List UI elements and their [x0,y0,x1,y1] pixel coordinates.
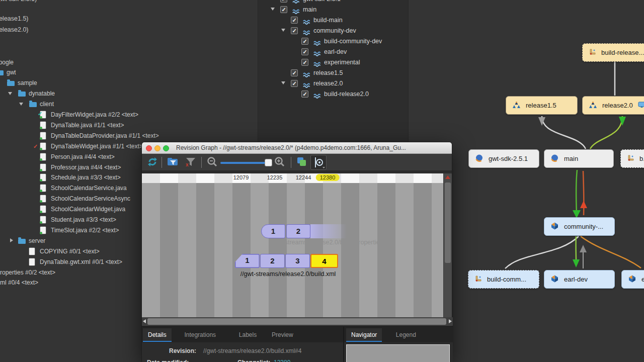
arrow-green-down-earldev [573,259,580,267]
tab-navigator[interactable]: Navigator [346,328,382,342]
tree-item-label: COPYING #0/1 <text> [40,247,100,256]
vertical-scrollbar[interactable] [443,173,452,317]
revision-box[interactable]: 1 [235,254,260,268]
tree-item-label: TimeSlot.java #2/2 <text> [51,226,119,235]
tree-item-label: SchoolCalendarServiceAsync [51,194,130,203]
expander-open-icon[interactable] [271,8,275,11]
window-title: Revision Graph - //gwt-streams/release2.… [176,144,406,151]
clear-filter-button[interactable]: x [185,156,198,170]
expander-open-icon[interactable] [281,29,285,32]
revision-graph-canvas[interactable]: 12//gwt-streams/release2.0/build.propert… [142,183,444,317]
changelist-number[interactable]: 12235 [267,174,283,180]
horizontal-scrollbar[interactable] [142,317,453,326]
stream-checkbox[interactable]: ✓ [291,27,298,34]
stream-checkbox[interactable]: ✓ [291,17,298,24]
stream-checkbox[interactable]: ✓ [301,48,308,55]
navigator-preview[interactable] [346,344,450,362]
stream-filter-row[interactable]: ✓build-main [0,15,258,25]
tree-item-label: Schedule.java #3/3 <text> [51,173,121,182]
stream-filter-row[interactable]: ✓earl-dev [0,47,258,57]
stream-filter-row[interactable]: ✓gwt-sdk-2.5.1 [0,0,258,4]
zoom-out-button[interactable] [206,156,218,170]
revision-box[interactable]: 4 [310,254,338,268]
changelist-value[interactable]: 12380 [274,359,290,362]
stream-node-release1.5[interactable]: release1.5 [506,96,578,115]
stream-filter-row[interactable]: ✓community-dev [0,26,258,36]
refresh-button[interactable] [147,156,158,170]
stream-node-build-comm...[interactable]: build-comm... [468,270,539,289]
stream-filter-label: main [303,5,316,15]
stream-icon [313,92,321,102]
mainline-stream-icon [550,154,559,164]
graph-options-button[interactable] [310,155,327,170]
expander-closed-icon[interactable] [10,238,13,242]
stream-filter-label: build-main [313,15,343,25]
stream-graph: build-release...release1.5release2.0gwt-… [453,0,644,362]
zoom-slider-thumb[interactable] [265,159,272,166]
zoom-in-button[interactable] [274,156,286,170]
stream-node-community-...[interactable]: community-... [544,217,615,236]
tab-labels[interactable]: Labels [234,328,262,342]
stream-filter-row[interactable]: ✓release2.0 [0,78,258,88]
revision-box[interactable]: 2 [260,254,285,268]
window-titlebar[interactable]: Revision Graph - //gwt-streams/release2.… [142,142,452,154]
changelist-number[interactable]: 12079 [233,174,249,180]
changelist-header: 12079122351224412380 [142,173,444,183]
stream-node-b...[interactable]: b... [620,149,644,168]
tab-integrations[interactable]: Integrations [179,328,221,342]
vertical-scroll-thumb[interactable] [445,183,451,263]
changelist-label: Changelist: [237,359,270,362]
stream-node-earl-dev[interactable]: earl-dev [544,270,615,289]
window-toolbar: x [142,154,452,171]
edge-release15-main [542,116,586,149]
zoom-slider[interactable] [220,162,267,164]
stream-node-release2.0[interactable]: release2.0 [582,96,644,115]
file-icon [40,227,46,234]
close-button[interactable] [146,145,152,151]
expander-open-icon[interactable] [281,81,285,84]
tab-legend[interactable]: Legend [391,328,421,342]
changelist-number[interactable]: 12380 [316,174,340,181]
file-icon [40,216,46,223]
stream-filter-row[interactable]: ✓release1.5 [0,68,258,78]
stream-checkbox[interactable]: ✓ [301,38,308,45]
scroll-right-arrow[interactable] [449,319,452,323]
stream-filter-row[interactable]: ✓main [0,5,258,15]
revision-value: //gwt-streams/release2.0/build.xml#4 [203,347,301,354]
tree-item-label: Student.java #3/3 <text> [51,215,116,224]
stream-checkbox[interactable]: ✓ [291,80,298,87]
scroll-up-arrow[interactable] [445,175,450,179]
horizontal-scroll-thumb[interactable] [147,318,446,325]
stream-filter-row[interactable]: ✓build-release2.0 [0,89,258,99]
scroll-left-arrow[interactable] [143,319,146,323]
stream-node-main[interactable]: main [544,149,614,168]
stream-filter-row[interactable]: ✓experimental [0,57,258,67]
build-stream-icon [627,154,634,163]
zoom-button[interactable] [163,145,169,151]
stream-node-build-release...[interactable]: build-release... [582,43,644,62]
stream-node-e...[interactable]: e... [621,270,644,289]
filter-streams-button[interactable] [167,156,180,170]
copy-image-button[interactable] [296,156,308,170]
stream-checkbox[interactable]: ✓ [291,69,298,76]
minimize-button[interactable] [154,145,160,151]
stream-checkbox[interactable]: ✓ [301,59,308,66]
tree-item-label: server [29,236,45,245]
edge-release20-main [590,116,622,149]
stream-checkbox[interactable]: ✓ [301,90,308,98]
tab-details[interactable]: Details [143,328,172,342]
revision-box[interactable]: 2 [286,224,310,238]
edge-community-experimental [581,236,641,268]
workspace-icon [638,102,644,110]
stream-checkbox[interactable]: ✓ [280,0,287,3]
changelist-number[interactable]: 12244 [296,174,311,180]
stream-icon [292,0,300,7]
stream-checkbox[interactable]: ✓ [280,6,287,13]
stream-filter-row[interactable]: ✓build-community-dev [0,36,258,46]
file-icon [29,248,35,255]
revision-box[interactable]: 1 [261,224,285,238]
tab-preview[interactable]: Preview [267,328,298,342]
revision-box[interactable]: 3 [285,254,310,268]
stream-node-gwt-sdk-2.5.1[interactable]: gwt-sdk-2.5.1 [468,149,539,168]
tree-item-label: SchoolCalendarService.java [51,184,127,193]
